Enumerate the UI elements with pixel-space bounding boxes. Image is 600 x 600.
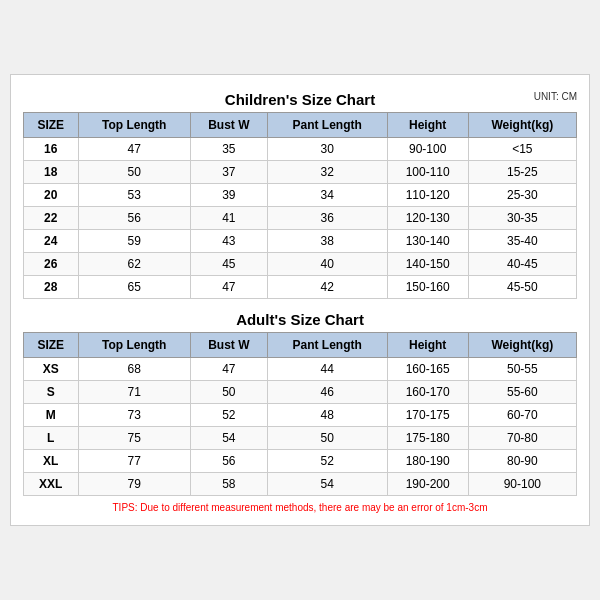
data-cell: 35-40	[468, 230, 576, 253]
table-row: M735248170-17560-70	[24, 404, 577, 427]
children-header-weight: Weight(kg)	[468, 113, 576, 138]
table-row: L755450175-18070-80	[24, 427, 577, 450]
data-cell: 52	[267, 450, 387, 473]
size-cell: XL	[24, 450, 79, 473]
data-cell: 47	[190, 276, 267, 299]
size-cell: 28	[24, 276, 79, 299]
data-cell: 30	[267, 138, 387, 161]
size-cell: 20	[24, 184, 79, 207]
data-cell: 56	[78, 207, 190, 230]
data-cell: 46	[267, 381, 387, 404]
table-row: 1647353090-100<15	[24, 138, 577, 161]
data-cell: 47	[78, 138, 190, 161]
children-header-row: SIZE Top Length Bust W Pant Length Heigh…	[24, 113, 577, 138]
data-cell: 48	[267, 404, 387, 427]
data-cell: 190-200	[387, 473, 468, 496]
data-cell: 54	[267, 473, 387, 496]
data-cell: 90-100	[387, 138, 468, 161]
data-cell: 37	[190, 161, 267, 184]
tips-text: TIPS: Due to different measurement metho…	[23, 496, 577, 515]
size-cell: S	[24, 381, 79, 404]
data-cell: 53	[78, 184, 190, 207]
children-header-top-length: Top Length	[78, 113, 190, 138]
size-cell: L	[24, 427, 79, 450]
adult-title-text: Adult's Size Chart	[236, 311, 364, 328]
size-cell: 24	[24, 230, 79, 253]
chart-container: Children's Size Chart UNIT: CM SIZE Top …	[10, 74, 590, 526]
data-cell: 50	[78, 161, 190, 184]
data-cell: 58	[190, 473, 267, 496]
table-row: 24594338130-14035-40	[24, 230, 577, 253]
data-cell: 30-35	[468, 207, 576, 230]
adult-header-height: Height	[387, 333, 468, 358]
adult-header-weight: Weight(kg)	[468, 333, 576, 358]
data-cell: 35	[190, 138, 267, 161]
table-row: 28654742150-16045-50	[24, 276, 577, 299]
table-row: 20533934110-12025-30	[24, 184, 577, 207]
data-cell: <15	[468, 138, 576, 161]
data-cell: 43	[190, 230, 267, 253]
size-cell: 18	[24, 161, 79, 184]
data-cell: 54	[190, 427, 267, 450]
data-cell: 120-130	[387, 207, 468, 230]
size-cell: M	[24, 404, 79, 427]
data-cell: 41	[190, 207, 267, 230]
size-cell: XXL	[24, 473, 79, 496]
data-cell: 80-90	[468, 450, 576, 473]
data-cell: 62	[78, 253, 190, 276]
size-cell: XS	[24, 358, 79, 381]
data-cell: 59	[78, 230, 190, 253]
data-cell: 40	[267, 253, 387, 276]
data-cell: 36	[267, 207, 387, 230]
data-cell: 50	[267, 427, 387, 450]
adult-title: Adult's Size Chart	[23, 305, 577, 332]
data-cell: 77	[78, 450, 190, 473]
data-cell: 40-45	[468, 253, 576, 276]
data-cell: 170-175	[387, 404, 468, 427]
children-table: SIZE Top Length Bust W Pant Length Heigh…	[23, 112, 577, 299]
data-cell: 110-120	[387, 184, 468, 207]
data-cell: 32	[267, 161, 387, 184]
data-cell: 34	[267, 184, 387, 207]
data-cell: 65	[78, 276, 190, 299]
data-cell: 55-60	[468, 381, 576, 404]
data-cell: 50-55	[468, 358, 576, 381]
data-cell: 75	[78, 427, 190, 450]
data-cell: 52	[190, 404, 267, 427]
data-cell: 39	[190, 184, 267, 207]
data-cell: 25-30	[468, 184, 576, 207]
data-cell: 90-100	[468, 473, 576, 496]
data-cell: 38	[267, 230, 387, 253]
data-cell: 45-50	[468, 276, 576, 299]
table-row: XL775652180-19080-90	[24, 450, 577, 473]
data-cell: 73	[78, 404, 190, 427]
children-header-size: SIZE	[24, 113, 79, 138]
children-title: Children's Size Chart UNIT: CM	[23, 85, 577, 112]
data-cell: 100-110	[387, 161, 468, 184]
adult-header-row: SIZE Top Length Bust W Pant Length Heigh…	[24, 333, 577, 358]
children-header-bust-w: Bust W	[190, 113, 267, 138]
data-cell: 160-165	[387, 358, 468, 381]
table-row: S715046160-17055-60	[24, 381, 577, 404]
children-title-text: Children's Size Chart	[225, 91, 375, 108]
table-row: XS684744160-16550-55	[24, 358, 577, 381]
table-row: 18503732100-11015-25	[24, 161, 577, 184]
table-row: 26624540140-15040-45	[24, 253, 577, 276]
data-cell: 140-150	[387, 253, 468, 276]
data-cell: 150-160	[387, 276, 468, 299]
size-cell: 26	[24, 253, 79, 276]
data-cell: 50	[190, 381, 267, 404]
data-cell: 56	[190, 450, 267, 473]
data-cell: 42	[267, 276, 387, 299]
data-cell: 180-190	[387, 450, 468, 473]
data-cell: 45	[190, 253, 267, 276]
data-cell: 130-140	[387, 230, 468, 253]
data-cell: 44	[267, 358, 387, 381]
adult-header-pant-length: Pant Length	[267, 333, 387, 358]
table-row: XXL795854190-20090-100	[24, 473, 577, 496]
data-cell: 160-170	[387, 381, 468, 404]
children-header-pant-length: Pant Length	[267, 113, 387, 138]
data-cell: 47	[190, 358, 267, 381]
adult-table: SIZE Top Length Bust W Pant Length Heigh…	[23, 332, 577, 496]
adult-header-bust-w: Bust W	[190, 333, 267, 358]
